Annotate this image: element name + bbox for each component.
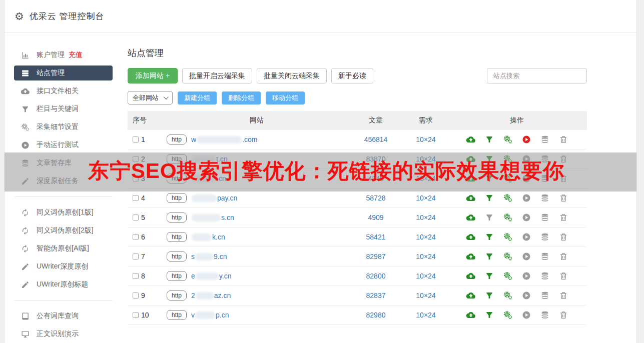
delete-group-button[interactable]: 删除分组	[222, 92, 261, 104]
delete-trash-icon[interactable]	[559, 310, 568, 320]
delete-trash-icon[interactable]	[559, 252, 568, 261]
new-group-button[interactable]: 新建分组	[178, 92, 217, 104]
http-scheme-tag[interactable]: http	[167, 232, 187, 242]
cloud-upload-icon[interactable]	[466, 291, 475, 300]
run-play-icon[interactable]	[522, 272, 531, 280]
sidebar-item-content-recognition[interactable]: 正文识别演示	[5, 325, 124, 343]
settings-gears-icon[interactable]	[503, 232, 512, 242]
sidebar-item-collect-settings[interactable]: 采集细节设置	[5, 118, 124, 136]
cloud-upload-icon[interactable]	[466, 213, 475, 222]
row-checkbox[interactable]	[133, 234, 139, 240]
filter-icon[interactable]	[485, 135, 494, 144]
http-scheme-tag[interactable]: http	[167, 310, 187, 320]
delete-trash-icon[interactable]	[559, 272, 568, 280]
run-play-icon[interactable]	[522, 232, 531, 242]
row-checkbox[interactable]	[133, 292, 139, 298]
cloud-upload-icon[interactable]	[466, 310, 475, 320]
sidebar-item-public-dictionary[interactable]: 公有词库查询	[5, 307, 124, 325]
settings-gears-icon[interactable]	[503, 291, 512, 300]
sidebar-item-synonym-rewrite-v2[interactable]: 同义词伪原创[2版]	[5, 222, 124, 240]
article-count-link[interactable]: 456814	[364, 136, 388, 144]
add-site-button[interactable]: 添加网站 +	[128, 68, 178, 84]
run-play-icon[interactable]	[522, 213, 531, 222]
row-checkbox[interactable]	[133, 273, 139, 279]
run-play-icon[interactable]	[522, 194, 531, 202]
settings-gears-icon[interactable]	[503, 252, 512, 261]
cloud-upload-icon[interactable]	[466, 135, 475, 144]
sidebar-item-account[interactable]: 账户管理充值	[5, 46, 124, 64]
filter-icon[interactable]	[485, 252, 494, 261]
settings-gears-icon[interactable]	[503, 194, 512, 202]
delete-trash-icon[interactable]	[559, 232, 568, 242]
cloud-upload-icon[interactable]	[466, 252, 475, 261]
sidebar-item-uwriter-deep[interactable]: UWriter深度原创	[5, 258, 124, 276]
site-search-input[interactable]	[487, 68, 587, 84]
http-scheme-tag[interactable]: http	[167, 134, 187, 144]
recharge-link[interactable]: 充值	[69, 50, 83, 60]
sidebar-item-interface-files[interactable]: 接口文件相关	[5, 82, 124, 100]
http-scheme-tag[interactable]: http	[167, 271, 187, 281]
article-count-link[interactable]: 58421	[366, 233, 386, 241]
site-domain-link[interactable]: s9.cn	[191, 252, 227, 260]
article-count-link[interactable]: 82837	[366, 292, 386, 300]
sidebar-item-manual-run[interactable]: 手动运行测试	[5, 136, 124, 154]
site-domain-link[interactable]: 2az.cn	[191, 292, 231, 300]
batch-close-cloud-collect-button[interactable]: 批量关闭云端采集	[257, 68, 327, 84]
http-scheme-tag[interactable]: http	[167, 290, 187, 300]
row-checkbox[interactable]	[133, 312, 139, 318]
cloud-upload-icon[interactable]	[466, 232, 475, 242]
delete-trash-icon[interactable]	[559, 291, 568, 300]
sidebar-item-synonym-rewrite-v1[interactable]: 同义词伪原创[1版]	[5, 204, 124, 222]
filter-icon[interactable]	[485, 310, 494, 320]
row-checkbox[interactable]	[133, 136, 139, 142]
http-scheme-tag[interactable]: http	[167, 193, 187, 203]
site-domain-link[interactable]: ey.cn	[191, 272, 231, 280]
run-play-icon[interactable]	[522, 135, 531, 144]
storage-database-icon[interactable]	[540, 135, 549, 144]
group-filter-select[interactable]: 全部网站	[128, 91, 173, 104]
cloud-upload-icon[interactable]	[466, 272, 475, 280]
storage-database-icon[interactable]	[540, 252, 549, 261]
site-domain-link[interactable]: k.cn	[191, 233, 225, 241]
settings-gears-icon[interactable]	[503, 135, 512, 144]
row-checkbox[interactable]	[133, 254, 139, 260]
filter-icon[interactable]	[485, 194, 494, 202]
move-group-button[interactable]: 移动分组	[266, 92, 305, 104]
article-count-link[interactable]: 82980	[366, 311, 386, 319]
settings-gears-icon[interactable]	[503, 213, 512, 222]
site-domain-link[interactable]: s.cn	[191, 214, 234, 222]
row-checkbox[interactable]	[133, 195, 139, 201]
storage-database-icon[interactable]	[540, 272, 549, 280]
site-domain-link[interactable]: pay.cn	[191, 194, 237, 202]
delete-trash-icon[interactable]	[559, 213, 568, 222]
filter-icon[interactable]	[485, 232, 494, 242]
sidebar-item-sites[interactable]: 站点管理	[14, 66, 113, 80]
sidebar-item-uwriter-title[interactable]: UWriter原创标题	[5, 276, 124, 294]
row-checkbox[interactable]	[133, 214, 139, 220]
filter-icon[interactable]	[485, 291, 494, 300]
sidebar-item-columns-keywords[interactable]: 栏目与关键词	[5, 100, 124, 118]
article-count-link[interactable]: 82800	[366, 272, 386, 280]
filter-icon[interactable]	[485, 272, 494, 280]
run-play-icon[interactable]	[522, 291, 531, 300]
run-play-icon[interactable]	[522, 310, 531, 320]
run-play-icon[interactable]	[522, 252, 531, 261]
storage-database-icon[interactable]	[540, 310, 549, 320]
storage-database-icon[interactable]	[540, 232, 549, 242]
site-domain-link[interactable]: w.com	[191, 136, 257, 144]
cloud-upload-icon[interactable]	[466, 194, 475, 202]
article-count-link[interactable]: 82987	[366, 252, 386, 260]
storage-database-icon[interactable]	[540, 194, 549, 202]
sidebar-item-ai-rewrite[interactable]: 智能伪原创[AI版]	[5, 240, 124, 258]
site-domain-link[interactable]: vp.cn	[191, 311, 229, 319]
http-scheme-tag[interactable]: http	[167, 252, 187, 262]
delete-trash-icon[interactable]	[559, 194, 568, 202]
settings-gears-icon[interactable]	[503, 310, 512, 320]
storage-database-icon[interactable]	[540, 291, 549, 300]
batch-open-cloud-collect-button[interactable]: 批量开启云端采集	[182, 68, 252, 84]
article-count-link[interactable]: 58728	[366, 194, 386, 202]
article-count-link[interactable]: 4909	[368, 214, 383, 222]
storage-database-icon[interactable]	[540, 213, 549, 222]
http-scheme-tag[interactable]: http	[167, 212, 187, 222]
filter-icon[interactable]	[485, 213, 494, 222]
